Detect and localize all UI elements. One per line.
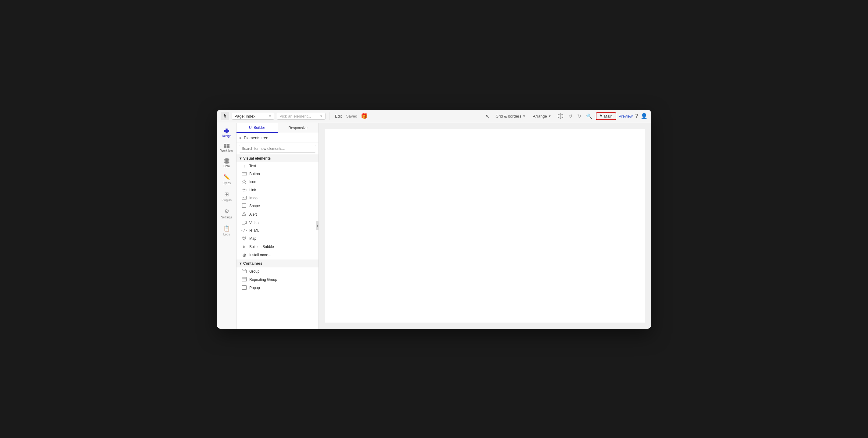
plugins-label: Plugins: [222, 199, 231, 202]
link-icon: [241, 188, 247, 193]
containers-section[interactable]: ▾ Containers: [237, 260, 318, 267]
plugins-icon: ⊞: [224, 191, 229, 198]
sidebar-item-design[interactable]: Design: [218, 126, 235, 140]
cube-icon: [557, 113, 563, 119]
visual-elements-section[interactable]: ▾ Visual elements: [237, 155, 318, 162]
preview-button[interactable]: Preview: [619, 114, 633, 119]
settings-label: Settings: [221, 216, 232, 219]
install-more-label: Install more...: [249, 253, 271, 257]
element-group[interactable]: Group: [237, 267, 318, 276]
sidebar-item-workflow[interactable]: Workflow: [218, 141, 235, 155]
install-more-item[interactable]: ⊕ Install more...: [237, 251, 318, 260]
gift-button[interactable]: 🎁: [360, 111, 369, 121]
tab-responsive[interactable]: Responsive: [278, 123, 319, 133]
element-picker-chevron: ▼: [320, 114, 323, 118]
separator-1: [329, 112, 330, 120]
image-label: Image: [249, 196, 259, 200]
canvas-area[interactable]: [319, 123, 651, 329]
styles-icon: ✏️: [223, 174, 230, 181]
sidebar-item-plugins[interactable]: ⊞ Plugins: [218, 189, 235, 204]
sidebar-item-data[interactable]: Data: [218, 156, 235, 170]
element-map[interactable]: Map: [237, 234, 318, 243]
image-icon: [241, 196, 247, 200]
element-html[interactable]: </> HTML: [237, 227, 318, 234]
saved-status: Saved: [346, 114, 357, 119]
arrange-label: Arrange: [533, 114, 547, 119]
sidebar-item-settings[interactable]: ⚙ Settings: [218, 206, 235, 222]
containers-label: Containers: [243, 261, 262, 266]
text-label: Text: [249, 164, 256, 168]
svg-rect-15: [243, 269, 246, 270]
user-button[interactable]: 👤: [641, 113, 647, 120]
element-builtonbubble[interactable]: b Built on Bubble: [237, 243, 318, 251]
svg-rect-16: [242, 277, 247, 281]
svg-rect-6: [242, 196, 247, 199]
edit-button[interactable]: Edit: [333, 113, 343, 120]
svg-point-9: [244, 215, 244, 215]
tab-ui-builder[interactable]: UI Builder: [237, 123, 278, 133]
redo-button[interactable]: ↻: [576, 112, 582, 120]
button-label: Button: [249, 172, 260, 176]
element-repeating-group[interactable]: Repeating Group: [237, 276, 318, 284]
element-shape[interactable]: Shape: [237, 202, 318, 210]
html-icon: </>: [241, 229, 247, 232]
help-button[interactable]: ?: [635, 113, 638, 120]
elements-tree-header[interactable]: ▶ Elements tree: [237, 133, 318, 143]
workflow-icon: [224, 144, 229, 148]
sidebar-item-styles[interactable]: ✏️ Styles: [218, 171, 235, 187]
group-label: Group: [249, 269, 259, 273]
cursor-button[interactable]: ↖: [484, 112, 491, 120]
element-text[interactable]: T Text: [237, 162, 318, 170]
page-selector-label: Page: index: [235, 114, 255, 119]
element-icon[interactable]: Icon: [237, 178, 318, 186]
repeating-group-label: Repeating Group: [249, 277, 277, 282]
grid-borders-chevron: ▼: [522, 114, 525, 118]
install-more-icon: ⊕: [241, 252, 247, 258]
undo-button[interactable]: ↺: [567, 112, 574, 120]
elements-panel: UI Builder Responsive ▶ Elements tree ▾ …: [237, 123, 319, 329]
element-alert[interactable]: Alert: [237, 210, 318, 219]
edit-label: Edit: [335, 114, 342, 119]
svg-marker-5: [242, 180, 246, 183]
tab-ui-builder-label: UI Builder: [249, 126, 265, 130]
arrange-chevron: ▼: [548, 114, 551, 118]
map-label: Map: [249, 236, 256, 241]
element-video[interactable]: Video: [237, 219, 318, 227]
visual-elements-label: Visual elements: [243, 156, 271, 161]
collapse-arrow: ◀: [316, 225, 318, 227]
grid-borders-button[interactable]: Grid & borders ▼: [493, 113, 528, 120]
design-icon: [224, 129, 229, 133]
page-selector[interactable]: Page: index ▼: [231, 113, 274, 120]
popup-icon: [241, 285, 247, 291]
builtonbubble-icon: b: [241, 244, 247, 249]
element-picker[interactable]: Pick an element... ▼: [277, 113, 326, 120]
logs-icon: 📋: [223, 225, 230, 232]
element-picker-label: Pick an element...: [279, 114, 311, 119]
element-image[interactable]: Image: [237, 194, 318, 202]
main-icon: ⚑: [599, 114, 603, 118]
video-label: Video: [249, 221, 258, 225]
tab-responsive-label: Responsive: [288, 126, 308, 130]
logo-button[interactable]: b: [221, 112, 229, 120]
arrange-button[interactable]: Arrange ▼: [530, 113, 554, 120]
app-window: b Page: index ▼ Pick an element... ▼ Edi…: [217, 110, 651, 329]
search-elements-input[interactable]: [239, 145, 316, 153]
svg-rect-11: [242, 221, 245, 224]
html-label: HTML: [249, 229, 259, 233]
panel-collapse-handle[interactable]: ◀: [316, 221, 319, 230]
main-button[interactable]: ⚑ Main: [596, 112, 616, 120]
settings-icon: ⚙: [224, 208, 229, 215]
alert-label: Alert: [249, 212, 257, 216]
logs-label: Logs: [223, 233, 230, 236]
element-button[interactable]: Button: [237, 170, 318, 178]
element-link[interactable]: Link: [237, 186, 318, 194]
sidebar-item-logs[interactable]: 📋 Logs: [218, 223, 235, 238]
search-button[interactable]: 🔍: [585, 112, 593, 120]
3d-cube-button[interactable]: [556, 112, 565, 120]
element-popup[interactable]: Popup: [237, 284, 318, 292]
elements-list: ▾ Visual elements T Text Button: [237, 155, 318, 329]
topbar: b Page: index ▼ Pick an element... ▼ Edi…: [217, 110, 651, 123]
elements-tree-label: Elements tree: [244, 136, 268, 140]
containers-arrow: ▾: [240, 261, 241, 266]
text-icon: T: [241, 164, 247, 168]
